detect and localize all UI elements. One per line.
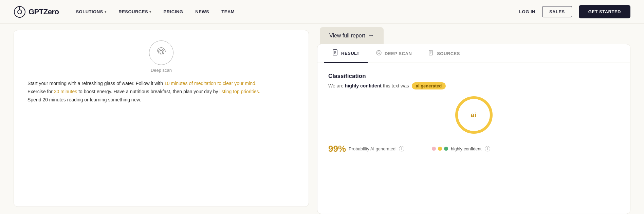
- logo-icon: [14, 6, 26, 18]
- nav-resources[interactable]: RESOURCES ▾: [118, 9, 151, 14]
- ai-circle-container: ai: [328, 96, 619, 134]
- right-panel: View full report → RESULT: [317, 27, 630, 214]
- nav-solutions[interactable]: SOLUTIONS ▾: [76, 9, 106, 14]
- stats-row: 99% Probability AI generated i highly co…: [328, 142, 619, 155]
- fingerprint-icon: [155, 46, 167, 60]
- tab-sources[interactable]: SOURCES: [420, 44, 468, 63]
- left-panel: Deep scan Start your morning with a refr…: [14, 30, 309, 207]
- fingerprint-circle: [149, 40, 173, 65]
- text-content: Start your morning with a refreshing gla…: [27, 80, 295, 104]
- ai-generated-badge: ai generated: [412, 82, 446, 89]
- deep-scan-label: Deep scan: [151, 68, 172, 73]
- deep-scan-tab-icon: [376, 50, 382, 57]
- ai-label: ai: [471, 112, 477, 119]
- nav-news[interactable]: NEWS: [195, 9, 209, 14]
- sources-tab-icon: [428, 50, 434, 57]
- probability-percent: 99%: [328, 144, 346, 154]
- view-full-report-button[interactable]: View full report →: [320, 27, 384, 44]
- tabs: RESULT DEEP SCAN: [317, 44, 630, 63]
- vertical-divider: [418, 142, 418, 155]
- sales-button[interactable]: SALES: [542, 6, 572, 17]
- confidence-stat: highly confident i: [432, 146, 490, 151]
- main-content: Deep scan Start your morning with a refr…: [0, 24, 644, 214]
- brand-name: GPTZero: [29, 7, 59, 16]
- probability-info-icon[interactable]: i: [399, 146, 404, 151]
- dot-green: [444, 147, 448, 151]
- chevron-down-icon: ▾: [105, 10, 107, 14]
- dot-yellow: [438, 147, 442, 151]
- nav-links: SOLUTIONS ▾ RESOURCES ▾ PRICING NEWS TEA…: [76, 9, 519, 14]
- navbar: GPTZero SOLUTIONS ▾ RESOURCES ▾ PRICING …: [0, 0, 644, 24]
- confidence-info-icon[interactable]: i: [485, 146, 490, 151]
- confidence-label: highly confident: [451, 146, 481, 151]
- highly-confident-text: highly confident: [345, 83, 382, 88]
- result-content: Classification We are highly confident t…: [317, 63, 630, 165]
- result-panel: RESULT DEEP SCAN: [317, 44, 630, 214]
- classification-description: We are highly confident this text was ai…: [328, 82, 619, 89]
- ai-confidence-circle: ai: [455, 96, 493, 134]
- confidence-dots: [432, 147, 448, 151]
- nav-pricing[interactable]: PRICING: [164, 9, 183, 14]
- deep-scan-container: Deep scan: [27, 40, 295, 73]
- get-started-button[interactable]: GET STARTED: [579, 5, 630, 18]
- classification-title: Classification: [328, 73, 619, 80]
- arrow-icon: →: [368, 32, 374, 39]
- nav-team[interactable]: TEAM: [221, 9, 235, 14]
- chevron-down-icon: ▾: [149, 10, 151, 14]
- probability-stat: 99% Probability AI generated i: [328, 144, 404, 154]
- svg-point-8: [378, 52, 380, 54]
- login-button[interactable]: LOG IN: [519, 9, 535, 14]
- result-tab-icon: [332, 49, 338, 57]
- tab-result[interactable]: RESULT: [324, 44, 368, 63]
- dot-pink: [432, 147, 436, 151]
- nav-right: LOG IN SALES GET STARTED: [519, 5, 630, 18]
- probability-label: Probability AI generated: [349, 146, 395, 151]
- logo[interactable]: GPTZero: [14, 6, 59, 18]
- svg-point-1: [18, 10, 22, 14]
- tab-deep-scan[interactable]: DEEP SCAN: [368, 44, 420, 63]
